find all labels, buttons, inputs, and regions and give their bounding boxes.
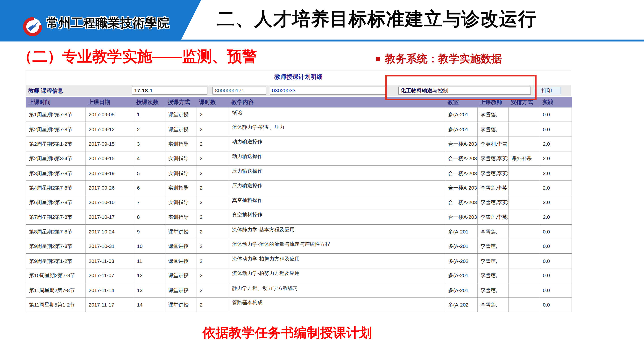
cell-classroom: 多(A-201 [445, 122, 478, 137]
cell-class-time: 第10周星期2第7-8节 [26, 268, 86, 283]
cell-practice: 0.0 [540, 268, 572, 283]
table-row: 第4周星期2第7-8节2017-09-266实训指导2压力输送操作合一楼A-20… [26, 181, 572, 195]
table-row: 第7周星期2第7-8节2017-10-178实训指导2真空抽料操作合一楼A-20… [26, 210, 572, 224]
cell-class-time: 第9周星期5第1-2节 [26, 254, 86, 268]
col-teach-method: 授课方式 [166, 97, 197, 107]
cell-teach-method: 课堂讲授 [166, 107, 197, 122]
cell-teacher: 李雪莲, [478, 224, 508, 239]
cell-teach-method: 课堂讲授 [166, 224, 197, 239]
col-periods: 课时数 [197, 97, 229, 107]
cell-class-date: 2017-09-19 [86, 166, 134, 181]
table-row: 第2周星期5第1-2节2017-09-153实训指导2动力输送操作合一楼A-20… [26, 137, 572, 151]
cell-teach-content: 流体动力学-柏努力方程及应用 [229, 268, 445, 283]
teaching-plan-table: 上课时间 上课日期 授课次数 授课方式 课时数 教学内容 教室 上课教师 安排方… [26, 97, 572, 312]
cell-classroom: 合一楼A-203 [445, 151, 478, 166]
cell-teach-method: 实训指导 [166, 210, 197, 224]
table-row: 第1周星期2第7-8节2017-09-051课堂讲授2绪论多(A-201李雪莲,… [26, 107, 572, 122]
print-button[interactable]: 打印 [533, 87, 560, 94]
cell-teach-method: 课堂讲授 [166, 283, 197, 298]
cell-periods: 2 [197, 195, 229, 210]
bullet-square-icon: ■ [376, 54, 381, 63]
cell-teacher: 李雪莲, [478, 254, 508, 268]
cell-teach-method: 课堂讲授 [166, 239, 197, 254]
school-logo-icon [23, 17, 42, 36]
cell-teach-method: 课堂讲授 [166, 122, 197, 137]
cell-teacher: 李雪莲,李英利, [478, 166, 508, 181]
cell-class-date: 2017-11-14 [86, 283, 134, 298]
cell-arrange-method: 课外补课 [508, 151, 540, 166]
cell-practice: 2.0 [540, 181, 572, 195]
form-label: 教师 课程信息 [28, 85, 63, 96]
cell-classroom: 多(A-201 [445, 239, 478, 254]
cell-teacher: 李雪莲, [478, 107, 508, 122]
cell-lecture-no: 11 [134, 254, 166, 268]
section-heading: （二）专业教学实施——监测、预警 [18, 46, 257, 67]
cell-arrange-method [508, 254, 540, 268]
cell-lecture-no: 3 [134, 137, 166, 151]
table-header-row: 上课时间 上课日期 授课次数 授课方式 课时数 教学内容 教室 上课教师 安排方… [26, 97, 572, 107]
edu-system-screenshot: 教师授课计划明细 教师 课程信息 打印 上课时间 上课日期 授课次数 授课方式 [26, 70, 571, 312]
cell-teacher: 李雪莲,李英利, [478, 181, 508, 195]
cell-arrange-method [508, 283, 540, 298]
term-input[interactable] [132, 87, 208, 95]
cell-arrange-method [508, 137, 540, 151]
cell-lecture-no: 7 [134, 195, 166, 210]
col-lecture-no: 授课次数 [134, 97, 166, 107]
bullet-text: 教务系统：教学实施数据 [385, 52, 502, 66]
cell-teach-method: 实训指导 [166, 137, 197, 151]
cell-periods: 2 [197, 239, 229, 254]
cell-practice: 0.0 [540, 254, 572, 268]
cell-practice: 2.0 [540, 151, 572, 166]
cell-class-time: 第7周星期2第7-8节 [26, 210, 86, 224]
cell-teach-content: 流体动力学-流体的流量与流速与连续性方程 [229, 239, 445, 254]
cell-lecture-no: 8 [134, 210, 166, 224]
cell-lecture-no: 9 [134, 224, 166, 239]
cell-class-time: 第11周星期5第1-2节 [26, 298, 86, 312]
cell-class-date: 2017-09-05 [86, 107, 134, 122]
cell-teacher: 李雪莲, [478, 283, 508, 298]
table-body: 第1周星期2第7-8节2017-09-051课堂讲授2绪论多(A-201李雪莲,… [26, 107, 572, 312]
cell-class-time: 第4周星期2第7-8节 [26, 181, 86, 195]
cell-arrange-method [508, 195, 540, 210]
cell-class-time: 第2周星期2第7-8节 [26, 122, 86, 137]
cell-teach-method: 实训指导 [166, 195, 197, 210]
cell-class-date: 2017-10-10 [86, 195, 134, 210]
cell-teacher: 李雪莲, [478, 298, 508, 312]
col-class-time: 上课时间 [26, 97, 86, 107]
cell-class-date: 2017-11-03 [86, 254, 134, 268]
course-code-input[interactable] [270, 87, 386, 95]
cell-practice: 2.0 [540, 210, 572, 224]
school-name: 常州工程職業技術學院 [46, 15, 177, 31]
cell-classroom: 多(A-202 [445, 298, 478, 312]
cell-class-date: 2017-11-07 [86, 268, 134, 283]
cell-periods: 2 [197, 283, 229, 298]
course-name-input[interactable] [398, 87, 531, 95]
table-row: 第11周星期2第7-8节2017-11-1413课堂讲授2静力学方程、动力学方程… [26, 283, 572, 298]
teacher-code-input[interactable] [212, 87, 266, 95]
cell-class-date: 2017-09-15 [86, 137, 134, 151]
cell-teacher: 李雪莲,李英利, [478, 151, 508, 166]
cell-classroom: 合一楼A-203, [445, 210, 478, 224]
cell-lecture-no: 13 [134, 283, 166, 298]
cell-class-time: 第8周星期2第7-8节 [26, 224, 86, 239]
cell-classroom: 合一楼A-203, [445, 181, 478, 195]
cell-arrange-method [508, 224, 540, 239]
bottom-caption: 依据教学任务书编制授课计划 [166, 324, 408, 342]
cell-class-date: 2017-09-15 [86, 151, 134, 166]
cell-arrange-method [508, 239, 540, 254]
cell-periods: 2 [197, 224, 229, 239]
cell-classroom: 多(A-201 [445, 283, 478, 298]
cell-periods: 2 [197, 107, 229, 122]
cell-lecture-no: 12 [134, 268, 166, 283]
cell-lecture-no: 10 [134, 239, 166, 254]
cell-class-time: 第6周星期2第7-8节 [26, 195, 86, 210]
cell-classroom: 多(A-201 [445, 224, 478, 239]
cell-teach-content: 压力输送操作 [229, 166, 445, 181]
cell-lecture-no: 4 [134, 151, 166, 166]
col-practice: 实践 [540, 97, 572, 107]
cell-arrange-method [508, 268, 540, 283]
cell-class-time: 第11周星期2第7-8节 [26, 283, 86, 298]
col-classroom: 教室 [445, 97, 478, 107]
cell-practice: 2.0 [540, 137, 572, 151]
cell-teach-content: 流体静力学-基本方程及应用 [229, 224, 445, 239]
